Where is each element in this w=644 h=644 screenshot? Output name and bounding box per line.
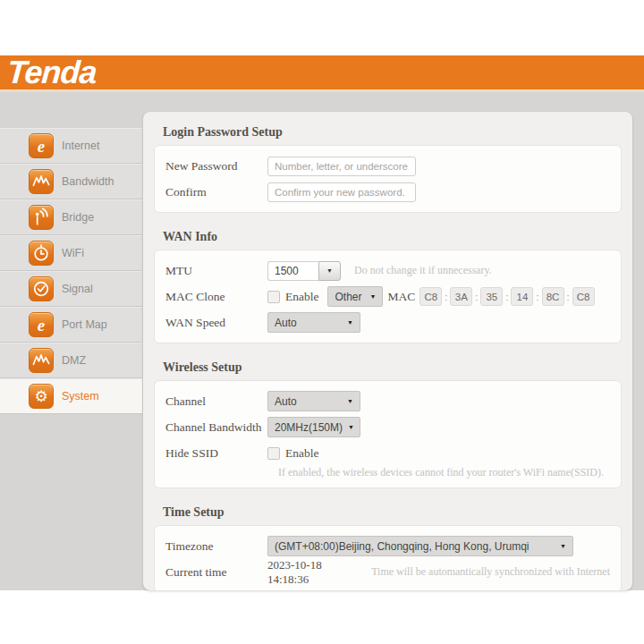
form-row: Hide SSIDEnable xyxy=(165,440,610,466)
mtu-combo: ▼ xyxy=(267,261,341,281)
timezone-select-value: (GMT+08:00)Beijing, Chongqing, Hong Kong… xyxy=(275,540,529,553)
section-card: New PasswordConfirm xyxy=(154,145,622,213)
field-label: MAC Clone xyxy=(165,290,267,304)
mac-clone-enable-checkbox-label: Enable xyxy=(285,290,318,304)
sidebar-item-label: DMZ xyxy=(62,354,86,367)
field-label: Hide SSID xyxy=(165,446,267,461)
bridge-icon xyxy=(29,205,54,230)
section-card: ChannelAuto▼Channel Bandwidth20MHz(150M)… xyxy=(154,380,622,488)
chevron-down-icon: ▼ xyxy=(370,293,377,300)
mac-octet-input[interactable]: 14 xyxy=(511,287,533,306)
sidebar-item-system[interactable]: ⚙System xyxy=(0,378,142,414)
inline-label: MAC xyxy=(387,290,415,304)
hide-ssid-enable-checkbox-label: Enable xyxy=(285,446,318,461)
mac-colon: : xyxy=(505,292,508,302)
field-label: Channel xyxy=(165,394,267,409)
sidebar-item-internet[interactable]: eInternet xyxy=(0,128,142,164)
field-label: Current time xyxy=(165,565,267,580)
tenda-logo: Tenda xyxy=(0,57,97,88)
chevron-down-icon: ▼ xyxy=(347,319,353,326)
sidebar-nav: eInternetBandwidthBridgeWiFiSignalePort … xyxy=(0,128,142,414)
bottom-whitespace xyxy=(0,590,644,644)
form-row: New Password xyxy=(165,153,610,179)
mtu-combo-input[interactable] xyxy=(267,261,318,281)
form-row: Current time2023-10-18 14:18:36Time will… xyxy=(165,559,610,585)
hint-text: Do not change it if unnecessary. xyxy=(354,264,492,277)
form-row: MTU▼Do not change it if unnecessary. xyxy=(165,258,610,284)
mac-octet-input[interactable]: 8C xyxy=(542,287,564,306)
sidebar-item-bridge[interactable]: Bridge xyxy=(0,199,142,235)
page-background: eInternetBandwidthBridgeWiFiSignalePort … xyxy=(0,92,644,590)
channel-select[interactable]: Auto▼ xyxy=(267,391,360,411)
timezone-select[interactable]: (GMT+08:00)Beijing, Chongqing, Hong Kong… xyxy=(267,536,573,556)
wifi-icon xyxy=(29,241,54,266)
chevron-down-icon: ▼ xyxy=(560,543,566,549)
sidebar-item-label: Port Map xyxy=(62,318,107,331)
field-label: WAN Speed xyxy=(165,316,267,330)
field-label: Channel Bandwidth xyxy=(165,420,267,435)
form-row: WAN SpeedAuto▼ xyxy=(165,309,610,335)
system-icon: ⚙ xyxy=(29,384,54,409)
field-label: New Password xyxy=(165,159,267,174)
mac-address-octets: C8:3A:35:14:8C:C8 xyxy=(419,287,594,306)
section-title: Time Setup xyxy=(163,504,622,521)
mac-colon: : xyxy=(475,292,478,302)
form-row: MAC CloneEnableOther▼MACC8:3A:35:14:8C:C… xyxy=(165,284,610,309)
form-row: Timezone(GMT+08:00)Beijing, Chongqing, H… xyxy=(165,533,610,559)
sidebar-item-bandwidth[interactable]: Bandwidth xyxy=(0,164,142,199)
form-row: Confirm xyxy=(165,179,610,205)
mac-clone-enable-checkbox[interactable] xyxy=(267,291,280,303)
sidebar-item-label: Bridge xyxy=(62,211,94,224)
sidebar-item-port-map[interactable]: ePort Map xyxy=(0,307,142,343)
field-label: Timezone xyxy=(165,539,267,554)
mac-octet-input[interactable]: C8 xyxy=(419,287,442,306)
confirm-password-input[interactable] xyxy=(267,182,416,202)
channel-bandwidth-select-value: 20MHz(150M) xyxy=(275,421,343,434)
wan-speed-select-value: Auto xyxy=(275,317,297,329)
current-time-value: 2023-10-18 14:18:36 xyxy=(267,558,358,587)
mac-clone-mode-select-value: Other xyxy=(335,291,361,303)
sidebar-item-wifi[interactable]: WiFi xyxy=(0,235,142,271)
sidebar-item-label: System xyxy=(62,390,99,402)
hide-ssid-enable-checkbox[interactable] xyxy=(267,447,280,460)
section-card: MTU▼Do not change it if unnecessary.MAC … xyxy=(154,250,622,343)
bandwidth-icon xyxy=(29,169,54,194)
mac-colon: : xyxy=(445,292,447,302)
section-title: Login Password Setup xyxy=(163,124,622,140)
channel-bandwidth-select[interactable]: 20MHz(150M)▼ xyxy=(267,417,360,437)
mac-colon: : xyxy=(567,292,570,302)
mac-octet-input[interactable]: C8 xyxy=(572,287,595,306)
field-label: Confirm xyxy=(165,185,267,199)
top-whitespace xyxy=(0,0,644,55)
new-password-input[interactable] xyxy=(267,157,416,176)
hint-text: If enabled, the wireless devices cannot … xyxy=(278,466,610,480)
form-row: Channel Bandwidth20MHz(150M)▼ xyxy=(165,414,610,440)
sidebar-item-label: Internet xyxy=(62,140,99,152)
chevron-down-icon: ▼ xyxy=(348,424,354,430)
wan-speed-select[interactable]: Auto▼ xyxy=(267,312,360,333)
mac-octet-input[interactable]: 3A xyxy=(450,287,472,306)
mac-octet-input[interactable]: 35 xyxy=(480,287,503,306)
sidebar-item-label: Signal xyxy=(62,283,93,295)
main-content-panel: Login Password SetupNew PasswordConfirmW… xyxy=(143,112,632,590)
chevron-down-icon: ▼ xyxy=(347,398,353,404)
mac-colon: : xyxy=(536,292,538,302)
field-label: MTU xyxy=(165,264,267,278)
port-map-icon: e xyxy=(29,312,54,337)
sidebar-item-label: Bandwidth xyxy=(62,175,114,188)
form-row: ChannelAuto▼ xyxy=(165,388,610,414)
mtu-combo-dropdown-button[interactable]: ▼ xyxy=(318,261,341,281)
channel-select-value: Auto xyxy=(275,395,297,408)
mac-clone-mode-select[interactable]: Other▼ xyxy=(327,286,383,307)
hint-text: Time will be automantically synchronized… xyxy=(371,565,610,579)
section-title: Wireless Setup xyxy=(163,360,622,376)
sidebar-item-label: WiFi xyxy=(62,247,84,259)
internet-icon: e xyxy=(29,133,54,158)
section-card: Timezone(GMT+08:00)Beijing, Chongqing, H… xyxy=(154,525,622,590)
section-title: WAN Info xyxy=(163,229,622,245)
sidebar-item-dmz[interactable]: DMZ xyxy=(0,343,142,378)
sidebar-item-signal[interactable]: Signal xyxy=(0,271,142,307)
signal-icon xyxy=(29,276,54,301)
dmz-icon xyxy=(29,348,54,373)
header-bar: Tenda xyxy=(0,55,644,92)
